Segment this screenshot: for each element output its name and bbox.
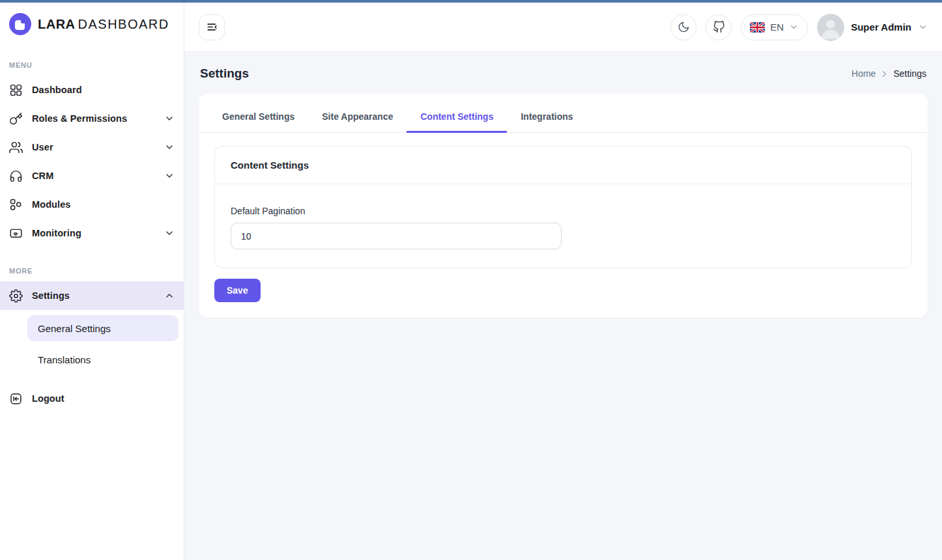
brand-logo-icon	[9, 13, 31, 35]
chevron-right-icon	[879, 69, 889, 79]
breadcrumb-current: Settings	[893, 68, 926, 79]
avatar	[817, 14, 844, 41]
user-menu[interactable]: Super Admin	[817, 14, 928, 41]
settings-card: General Settings Site Appearance Content…	[199, 94, 928, 318]
chevron-down-icon	[164, 228, 175, 238]
sidebar-item-settings[interactable]: Settings	[0, 281, 184, 310]
breadcrumb-home-link[interactable]: Home	[851, 68, 876, 79]
sidebar-item-crm[interactable]: CRM	[0, 161, 184, 190]
users-icon	[9, 141, 23, 154]
save-button[interactable]: Save	[214, 279, 261, 302]
settings-submenu: General Settings Translations	[0, 310, 184, 378]
sidebar-item-user[interactable]: User	[0, 133, 184, 161]
grid-icon	[9, 83, 23, 97]
key-icon	[9, 112, 23, 126]
gear-icon	[9, 289, 23, 303]
sidebar-subitem-general-settings[interactable]: General Settings	[27, 315, 178, 341]
language-selector[interactable]: EN	[741, 14, 808, 40]
sidebar-item-label: Logout	[32, 393, 64, 404]
content-area: Settings Home Settings General Settings …	[184, 52, 942, 560]
uk-flag-icon	[750, 22, 765, 33]
default-pagination-input[interactable]	[231, 223, 562, 249]
brand-name-light: DASHBOARD	[78, 17, 169, 31]
language-code: EN	[770, 21, 784, 33]
github-icon	[713, 21, 725, 33]
brand-name: LARADASHBOARD	[38, 17, 169, 32]
chevron-down-icon	[789, 22, 799, 32]
brand-name-bold: LARA	[38, 17, 76, 31]
github-link-button[interactable]	[706, 14, 732, 40]
more-section-label: MORE	[0, 267, 184, 275]
logout-icon	[9, 392, 23, 406]
panel-title: Content Settings	[215, 147, 911, 184]
headset-icon	[9, 169, 23, 183]
sidebar-item-label: Roles & Permissions	[32, 113, 127, 124]
sidebar-item-label: User	[32, 142, 53, 152]
brand-logo[interactable]: LARADASHBOARD	[0, 3, 184, 44]
tab-site-appearance[interactable]: Site Appearance	[308, 94, 407, 133]
sidebar-item-label: CRM	[32, 171, 53, 181]
monitor-signal-icon	[9, 227, 23, 240]
chevron-down-icon	[164, 171, 175, 181]
sidebar-subitem-translations[interactable]: Translations	[27, 346, 178, 372]
settings-tabs: General Settings Site Appearance Content…	[199, 94, 928, 133]
moon-icon	[678, 21, 690, 33]
modules-icon	[9, 198, 23, 212]
top-bar: EN Super Admin	[184, 3, 942, 52]
sidebar-item-roles-permissions[interactable]: Roles & Permissions	[0, 104, 184, 133]
page-title: Settings	[200, 66, 249, 81]
sidebar: LARADASHBOARD MENU Dashboard Roles & Per…	[0, 3, 184, 560]
dark-mode-toggle-button[interactable]	[670, 14, 696, 40]
sidebar-collapse-button[interactable]	[199, 14, 225, 40]
sidebar-item-modules[interactable]: Modules	[0, 190, 184, 219]
sidebar-item-label: Settings	[32, 290, 70, 301]
sidebar-item-logout[interactable]: Logout	[0, 384, 184, 413]
user-name: Super Admin	[851, 21, 911, 33]
collapse-sidebar-icon	[206, 21, 218, 33]
chevron-down-icon	[918, 22, 928, 32]
tab-integrations[interactable]: Integrations	[507, 94, 586, 133]
content-settings-panel: Content Settings Default Pagination	[214, 146, 912, 268]
breadcrumb: Home Settings	[851, 68, 926, 79]
chevron-down-icon	[164, 142, 175, 152]
chevron-up-icon	[164, 290, 175, 301]
menu-section-label: MENU	[0, 61, 184, 69]
sidebar-item-label: Dashboard	[32, 85, 82, 95]
sidebar-item-monitoring[interactable]: Monitoring	[0, 219, 184, 247]
sidebar-item-label: Modules	[32, 199, 71, 210]
sidebar-item-label: Monitoring	[32, 228, 81, 238]
default-pagination-label: Default Pagination	[231, 206, 896, 216]
chevron-down-icon	[164, 113, 175, 124]
tab-content-settings[interactable]: Content Settings	[407, 94, 507, 133]
sidebar-item-dashboard[interactable]: Dashboard	[0, 76, 184, 104]
tab-general-settings[interactable]: General Settings	[208, 94, 308, 133]
